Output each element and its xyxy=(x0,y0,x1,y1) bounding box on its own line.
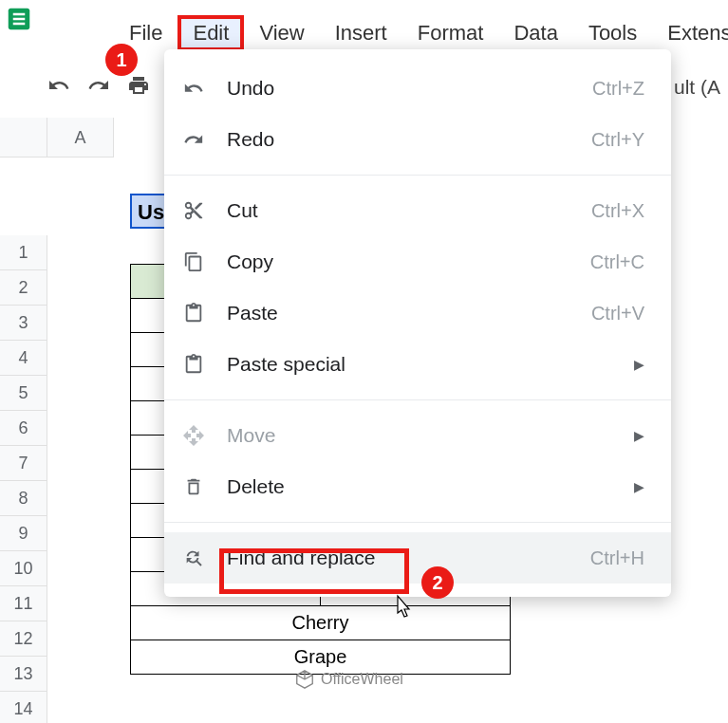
menu-label: Find and replace xyxy=(227,547,590,569)
cell-b2[interactable]: Us xyxy=(130,194,168,229)
cursor-pointer-icon xyxy=(390,594,415,622)
menubar-insert[interactable]: Insert xyxy=(320,15,402,51)
menu-item-paste-special[interactable]: Paste special ▶ xyxy=(164,339,671,390)
watermark-text: OfficeWheel xyxy=(321,671,403,688)
menu-label: Delete xyxy=(227,475,634,498)
row-header[interactable]: 13 xyxy=(0,657,47,692)
toolbar xyxy=(47,74,150,101)
row-header[interactable]: 5 xyxy=(0,376,47,411)
font-label-fragment: ult (A xyxy=(674,76,720,99)
menu-item-redo[interactable]: Redo Ctrl+Y xyxy=(164,114,671,165)
copy-icon xyxy=(179,248,208,276)
row-header[interactable]: 12 xyxy=(0,621,47,657)
row-header[interactable]: 14 xyxy=(0,692,47,723)
menu-item-paste[interactable]: Paste Ctrl+V xyxy=(164,287,671,339)
undo-icon xyxy=(179,74,208,102)
menu-shortcut: Ctrl+Y xyxy=(591,129,644,151)
menu-item-delete[interactable]: Delete ▶ xyxy=(164,461,671,512)
row-header[interactable]: 3 xyxy=(0,306,47,341)
menu-shortcut: Ctrl+Z xyxy=(592,78,644,100)
undo-icon[interactable] xyxy=(47,74,70,101)
menu-shortcut: Ctrl+V xyxy=(591,303,644,324)
menu-label: Undo xyxy=(227,77,592,100)
row-header[interactable]: 9 xyxy=(0,516,47,551)
menu-label: Paste special xyxy=(227,353,634,376)
row-header[interactable]: 6 xyxy=(0,411,47,446)
watermark: OfficeWheel xyxy=(294,669,403,690)
menubar-format[interactable]: Format xyxy=(402,15,499,51)
menu-item-undo[interactable]: Undo Ctrl+Z xyxy=(164,63,671,114)
menu-label: Redo xyxy=(227,128,591,151)
chevron-right-icon: ▶ xyxy=(634,479,644,494)
menu-shortcut: Ctrl+H xyxy=(590,547,644,569)
row-header[interactable]: 11 xyxy=(0,586,47,621)
menu-item-move: Move ▶ xyxy=(164,410,671,461)
paste-icon xyxy=(179,299,208,327)
callout-badge-1: 1 xyxy=(105,44,138,76)
row-header[interactable]: 7 xyxy=(0,446,47,481)
move-icon xyxy=(179,421,208,450)
menu-item-copy[interactable]: Copy Ctrl+C xyxy=(164,236,671,287)
menubar-tools[interactable]: Tools xyxy=(573,15,652,51)
menu-shortcut: Ctrl+X xyxy=(591,200,644,222)
chevron-right-icon: ▶ xyxy=(634,357,644,372)
delete-icon xyxy=(179,473,208,501)
menu-item-find-replace[interactable]: Find and replace Ctrl+H xyxy=(164,532,671,584)
menu-label: Cut xyxy=(227,199,591,222)
menubar-view[interactable]: View xyxy=(244,15,319,51)
redo-icon[interactable] xyxy=(87,74,110,101)
menu-divider xyxy=(164,175,671,176)
find-replace-icon xyxy=(179,544,208,572)
menubar-data[interactable]: Data xyxy=(498,15,572,51)
menu-label: Copy xyxy=(227,250,590,273)
row-header[interactable]: 1 xyxy=(0,235,47,270)
redo-icon xyxy=(179,125,208,154)
chevron-right-icon: ▶ xyxy=(634,428,644,443)
menubar-edit[interactable]: Edit xyxy=(177,15,244,51)
spreadsheet-grid[interactable]: A 1 2 3 4 5 6 7 8 9 10 11 12 13 14 15 16 xyxy=(0,118,114,158)
menu-label: Paste xyxy=(227,302,591,324)
menu-item-cut[interactable]: Cut Ctrl+X xyxy=(164,185,671,236)
menubar-extensions[interactable]: Extensio xyxy=(652,15,728,51)
col-header-a[interactable]: A xyxy=(47,118,114,158)
table-cell-cherry[interactable]: Cherry xyxy=(131,606,511,640)
row-header[interactable]: 2 xyxy=(0,270,47,306)
row-header[interactable]: 4 xyxy=(0,341,47,376)
row-header[interactable]: 10 xyxy=(0,551,47,586)
menu-label: Move xyxy=(227,424,634,447)
sheets-logo[interactable] xyxy=(0,0,38,38)
print-icon[interactable] xyxy=(127,74,150,101)
menu-divider xyxy=(164,522,671,523)
row-header[interactable]: 8 xyxy=(0,481,47,516)
menu-shortcut: Ctrl+C xyxy=(590,251,644,273)
edit-dropdown-menu: Undo Ctrl+Z Redo Ctrl+Y Cut Ctrl+X Copy … xyxy=(164,49,671,597)
callout-badge-2: 2 xyxy=(421,566,454,599)
paste-icon xyxy=(179,350,208,379)
menubar: File Edit View Insert Format Data Tools … xyxy=(114,15,728,51)
cut-icon xyxy=(179,196,208,225)
menu-divider xyxy=(164,399,671,400)
select-all-corner[interactable] xyxy=(0,118,47,158)
